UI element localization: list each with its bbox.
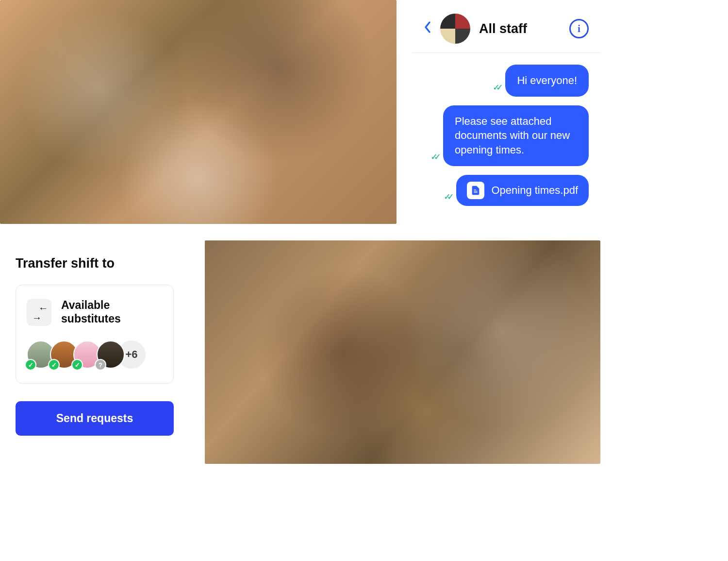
back-button[interactable] <box>424 21 431 37</box>
chat-title: All staff <box>479 21 561 36</box>
avatar-stack: ✓ ✓ ✓ ? +6 <box>27 340 163 369</box>
chat-messages: ✓✓ Hi everyone! ✓✓ Please see attached d… <box>412 53 600 224</box>
available-status-icon: ✓ <box>71 359 83 371</box>
message-bubble[interactable]: Hi everyone! <box>505 65 589 97</box>
transfer-shift-panel: Transfer shift to Available substitutes … <box>0 240 189 464</box>
send-requests-button[interactable]: Send requests <box>16 401 174 436</box>
chat-header: All staff i <box>412 0 600 53</box>
transfer-title: Transfer shift to <box>16 256 174 271</box>
available-status-icon: ✓ <box>25 359 36 371</box>
attachment-filename: Opening times.pdf <box>491 183 578 198</box>
message-row: ✓✓ Please see attached documents with ou… <box>424 105 589 166</box>
message-bubble[interactable]: Please see attached documents with our n… <box>443 105 589 166</box>
chat-panel: All staff i ✓✓ Hi everyone! ✓✓ Please se… <box>412 0 600 224</box>
cafe-photo <box>0 0 397 224</box>
substitutes-header: Available substitutes <box>27 299 163 326</box>
read-receipt-icon: ✓✓ <box>444 191 450 202</box>
message-row: ✓✓ Opening times.pdf <box>424 175 589 206</box>
unknown-status-icon: ? <box>95 359 106 371</box>
available-status-icon: ✓ <box>48 359 60 371</box>
message-row: ✓✓ Hi everyone! <box>424 65 589 97</box>
read-receipt-icon: ✓✓ <box>493 82 499 93</box>
info-button[interactable]: i <box>569 19 589 38</box>
attachment-bubble[interactable]: Opening times.pdf <box>456 175 589 206</box>
document-icon <box>467 182 484 199</box>
group-avatar[interactable] <box>440 14 470 44</box>
substitutes-label: Available substitutes <box>61 299 163 325</box>
checkout-photo <box>205 240 600 464</box>
substitute-avatar[interactable]: ? <box>97 340 125 369</box>
swap-icon <box>27 299 51 326</box>
read-receipt-icon: ✓✓ <box>430 152 437 162</box>
substitutes-card[interactable]: Available substitutes ✓ ✓ ✓ <box>16 285 174 384</box>
